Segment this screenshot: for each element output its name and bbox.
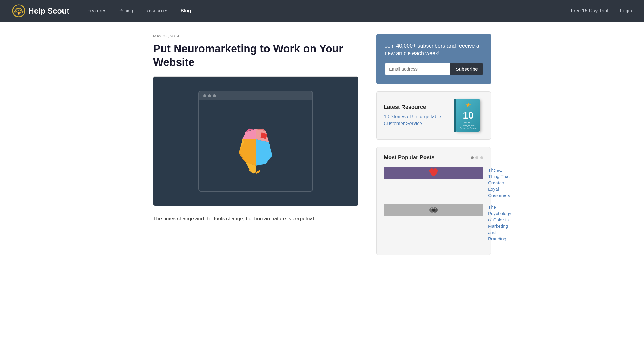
subscribe-text: Join 40,000+ subscribers and receive a n… [385,42,482,57]
popular-posts-widget: Most Popular Posts The #1 Thing That Cre… [376,147,491,255]
browser-content [199,100,312,191]
nav-resources[interactable]: Resources [145,8,168,14]
post-excerpt: The times change and the tools change, b… [153,214,358,223]
subscribe-widget: Join 40,000+ subscribers and receive a n… [376,34,491,84]
resource-link[interactable]: 10 Stories of Unforgettable Customer Ser… [384,114,441,126]
carousel-dot-1[interactable] [471,156,474,159]
logo-text: Help Scout [28,6,69,16]
popular-posts-header: Most Popular Posts [384,154,483,161]
browser-window [198,91,313,192]
popular-post-2: The Psychology of Color in Marketing and… [384,204,483,242]
browser-dot-3 [213,94,216,97]
post-hero-image [153,76,358,206]
carousel-dots [471,156,483,159]
book-number: 10 [463,110,474,120]
popular-posts-heading: Most Popular Posts [384,154,434,161]
nav-login[interactable]: Login [620,8,632,14]
book-spine [454,99,456,132]
popular-post-link-2[interactable]: The Psychology of Color in Marketing and… [488,204,511,242]
subscribe-form: Subscribe [385,63,482,75]
nav-trial[interactable]: Free 15-Day Trial [571,8,608,14]
book-star-icon: ★ [465,101,471,109]
book-cover: ★ 10 Stories ofUnforgettableCustomer Ser… [456,99,483,132]
nav-right: Free 15-Day Trial Login [571,8,632,14]
brain-illustration [223,113,289,179]
page-container: MAY 28, 2014 Put Neuromarketing to Work … [147,22,497,267]
nav-pricing[interactable]: Pricing [118,8,133,14]
resource-heading: Latest Resource [384,104,450,110]
browser-bar [199,91,312,100]
brain-small-icon [428,204,440,216]
carousel-dot-2[interactable] [475,156,478,159]
popular-post-link-1[interactable]: The #1 Thing That Creates Loyal Customer… [488,167,510,198]
subscribe-button[interactable]: Subscribe [450,63,483,75]
logo-link[interactable]: 🏆 Help Scout [12,4,69,17]
svg-text:🏆: 🏆 [17,11,21,15]
sidebar: Join 40,000+ subscribers and receive a n… [376,34,491,255]
browser-dot-1 [203,94,206,97]
popular-post-1: The #1 Thing That Creates Loyal Customer… [384,167,483,198]
resource-info: Latest Resource 10 Stories of Unforgetta… [384,104,450,127]
svg-point-0 [13,5,25,17]
nav-blog[interactable]: Blog [180,8,191,14]
navigation: 🏆 Help Scout Features Pricing Resources … [0,0,644,22]
svg-marker-9 [256,139,272,166]
browser-dot-2 [208,94,211,97]
main-content: MAY 28, 2014 Put Neuromarketing to Work … [153,34,358,255]
logo-icon: 🏆 [12,4,25,17]
post-title: Put Neuromarketing to Work on Your Websi… [153,42,358,69]
book-body: ★ 10 Stories ofUnforgettableCustomer Ser… [456,99,480,132]
post-date: MAY 28, 2014 [153,34,358,38]
heart-icon [428,167,440,179]
subscribe-email-input[interactable] [385,63,450,75]
carousel-dot-3[interactable] [480,156,483,159]
latest-resource-widget: Latest Resource 10 Stories of Unforgetta… [376,91,491,140]
nav-features[interactable]: Features [87,8,106,14]
svg-marker-21 [256,170,261,174]
post-thumbnail-brain [384,204,483,216]
nav-links: Features Pricing Resources Blog [87,8,571,14]
post-thumbnail-heart [384,167,483,179]
book-subtitle: Stories ofUnforgettableCustomer Service [460,121,477,129]
